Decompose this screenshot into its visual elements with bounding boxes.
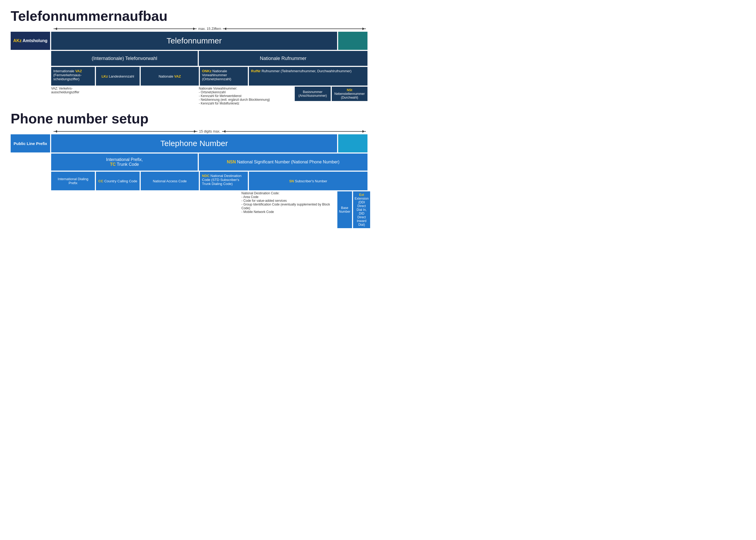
de-row4: VAZ: Verkehrs­ausscheidungs­ziffer Natio… xyxy=(51,87,367,105)
int-vaz-label: Internationale xyxy=(53,69,74,73)
en-ext-box: Ext Extension (DDI Direct Dial In, DID D… xyxy=(353,192,370,228)
nsn-yellow: NSN xyxy=(227,160,236,164)
vorwahl-item-4: - Kennzahl für Mobilfunknetz xyxy=(199,101,239,105)
telefonnummer-box: Telefonnummer xyxy=(51,32,337,50)
de-teal-box xyxy=(338,32,367,50)
rufnr-yellow: RufNr xyxy=(251,69,261,73)
sn-text: Subscriber's Number xyxy=(295,179,327,183)
vorwahl-item-2: - Kennzahl für Mehrwertdienst xyxy=(199,94,241,98)
basis-nst: Basisnummer (Anschlussnummer) NSt Nebens… xyxy=(295,87,367,101)
nst-text: Nebenstellennummer (Durchwahl) xyxy=(333,92,366,99)
de-row1: AKz Amts­holung Telefonnummer xyxy=(11,32,367,50)
nationale-rufnummer-label: Nationale Rufnummer xyxy=(260,56,307,61)
ext-text: Extension (DDI Direct Dial In, DID Direc… xyxy=(355,197,369,226)
en-row3: International Dialing Prefix CC Country … xyxy=(51,172,367,190)
nst-yellow: NSt xyxy=(347,88,352,92)
en-cc-box: CC Country Calling Code xyxy=(96,172,140,190)
ndc-item-3: - Group Identification Code (eventually … xyxy=(241,202,330,210)
en-base-label: Base Number xyxy=(339,206,350,213)
ndc-item-1: - Area Code xyxy=(241,195,259,199)
rufnr-text: Rufnummer (Teilnehmerrufnummer, Durchwah… xyxy=(262,69,351,73)
nst-box: NSt Nebenstellennummer (Durchwahl) xyxy=(332,87,368,101)
basis-box: Basisnummer (Anschlussnummer) xyxy=(295,87,331,101)
sn-yellow: SN xyxy=(289,179,294,183)
telefonvorwahl-box: (Internationale) Telefonvorwahl xyxy=(51,51,198,66)
de-row2: (Internationale) Telefonvorwahl National… xyxy=(51,51,367,66)
arrow-line-en2 xyxy=(222,131,366,132)
telnum-box: Telephone Number xyxy=(51,134,337,153)
en-ndc-list: National Destination Code: - Area Code -… xyxy=(241,192,337,214)
int-vaz-box: Internationale VAZ (Fernverkehrsaus­sche… xyxy=(51,67,95,85)
arrow-label-en: 15 digits max. xyxy=(199,129,220,133)
ext-yellow: Ext xyxy=(359,193,364,197)
arrow-line-de2 xyxy=(223,29,366,29)
en-row1: Public Line Prefix Telephone Number xyxy=(11,134,367,153)
ndc-list-title: National Destination Code: xyxy=(241,192,280,195)
rufnr-box: RufNr Rufnummer (Teilnehmerrufnummer, Du… xyxy=(249,67,367,85)
plp-box: Public Line Prefix xyxy=(11,134,50,153)
nat-vaz-yellow: VAZ xyxy=(174,74,181,78)
basis-label: Basisnummer (Anschlussnummer) xyxy=(296,90,329,97)
int-vaz-yellow: VAZ xyxy=(75,69,82,73)
idp-label: International Dialing Prefix xyxy=(53,177,93,185)
nac-label: National Access Code xyxy=(153,179,187,183)
int-vaz-sub: (Fernverkehrsaus­scheidungsziffer) xyxy=(53,73,81,81)
telnum-label: Telephone Number xyxy=(161,139,228,148)
vorwahl-list: Nationale Vorwahlnummer: - Ortsnetzkennz… xyxy=(199,87,295,105)
nat-vaz-box: Nationale VAZ xyxy=(141,67,199,85)
arrow-row-en: 15 digits max. xyxy=(52,129,367,133)
ndc-item-4: - Mobile Network Code xyxy=(241,210,274,214)
vorwahl-list-title: Nationale Vorwahlnummer: xyxy=(199,87,237,90)
akz-label: AKz xyxy=(13,38,22,43)
ndc-item-2: - Code for value-added services xyxy=(241,199,287,202)
en-ndc-box: NDC National Destination Code (STD Subsc… xyxy=(200,172,248,190)
vaz-def: VAZ: Verkehrs­ausscheidungs­ziffer xyxy=(51,87,95,94)
lkz-text: Landes­kennzahl xyxy=(109,74,134,78)
arrow-line-de xyxy=(54,29,197,29)
en-idp-box: International Dialing Prefix xyxy=(51,172,95,190)
intpfx-tc: TC Trunk Code xyxy=(110,162,139,167)
akz-text2: Amts­holung xyxy=(23,38,48,43)
intpfx-line1: International Prefix, xyxy=(106,157,143,162)
cc-yellow: CC xyxy=(98,179,103,183)
en-nac-box: National Access Code xyxy=(141,172,199,190)
intpfx-box: International Prefix, TC Trunk Code xyxy=(51,154,198,171)
nat-vaz-label: Nationale xyxy=(159,74,173,78)
en-basis-nst: Base Number Ext Extension (DDI Direct Di… xyxy=(337,192,370,228)
telefonnummer-label: Telefonnummer xyxy=(167,36,222,45)
en-row2: International Prefix, TC Trunk Code NSN … xyxy=(51,154,367,171)
cc-text: Country Calling Code xyxy=(104,179,137,183)
ndc-yellow: NDC xyxy=(202,174,209,178)
lkz-yellow: LKz xyxy=(101,74,108,78)
en-row4: National Destination Code: - Area Code -… xyxy=(51,192,367,228)
vorwahl-item-1: - Ortsnetzkennzahl xyxy=(199,90,226,94)
telefonvorwahl-label: (Internationale) Telefonvorwahl xyxy=(92,56,157,61)
akz-box: AKz Amts­holung xyxy=(11,32,50,50)
onkz-yellow: ONKz xyxy=(202,69,211,73)
arrow-row-de: max. 15 Ziffern xyxy=(52,27,367,31)
de-row3: Internationale VAZ (Fernverkehrsaus­sche… xyxy=(51,67,367,85)
vorwahl-item-3: - Netzkennung (evtl. ergänzt durch Block… xyxy=(199,98,270,101)
title-de: Telefonnummernaufbau xyxy=(11,8,367,24)
nsn-box: NSN National Significant Number (Nationa… xyxy=(199,154,367,171)
title-en: Phone number setup xyxy=(11,111,367,127)
onkz-box: ONKz Nationale Vorwahlnummer (Ortsnetzke… xyxy=(200,67,248,85)
en-sn-box: SN Subscriber's Number xyxy=(249,172,367,190)
plp-label: Public Line Prefix xyxy=(14,141,47,146)
en-basis-box: Base Number xyxy=(337,192,352,228)
nationale-rufnummer-box: Nationale Rufnummer xyxy=(199,51,367,66)
nsn-text: National Significant Number (National Ph… xyxy=(237,160,339,164)
en-teal-box xyxy=(338,134,367,153)
lkz-box: LKz Landes­kennzahl xyxy=(96,67,140,85)
arrow-label-de: max. 15 Ziffern xyxy=(198,27,221,31)
arrow-line-en1 xyxy=(54,131,197,132)
